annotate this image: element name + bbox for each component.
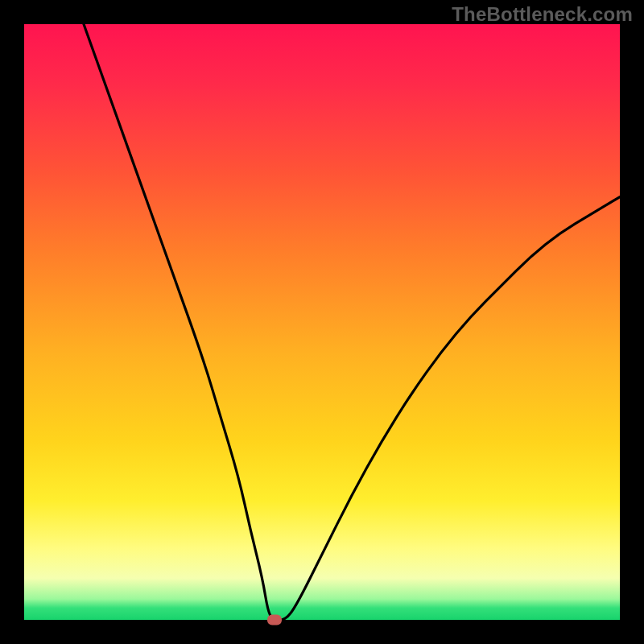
- optimum-marker: [267, 615, 282, 625]
- chart-frame: TheBottleneck.com: [0, 0, 644, 644]
- plot-area: [24, 24, 620, 620]
- watermark-text: TheBottleneck.com: [452, 3, 633, 26]
- bottleneck-curve: [24, 24, 620, 620]
